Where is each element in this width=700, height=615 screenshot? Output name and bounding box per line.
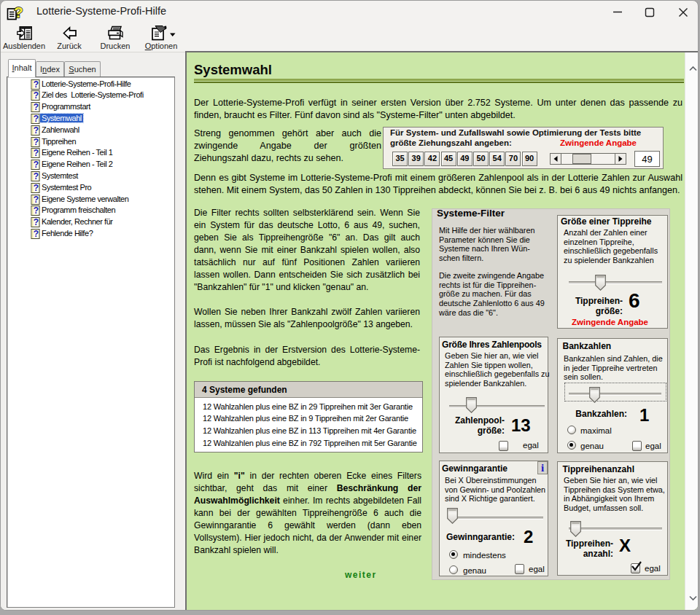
svg-text:?: ? [34,229,39,239]
svg-text:?: ? [14,4,23,20]
svg-text:?: ? [34,90,39,101]
svg-text:?: ? [34,217,39,227]
svg-text:?: ? [34,205,39,216]
svg-text:?: ? [34,195,39,205]
svg-text:?: ? [34,160,39,170]
svg-text:?: ? [34,171,39,181]
svg-text:?: ? [34,79,39,90]
svg-text:?: ? [34,125,39,136]
svg-text:?: ? [34,148,39,158]
svg-text:?: ? [34,114,39,124]
svg-text:?: ? [34,183,39,193]
svg-text:?: ? [34,102,39,112]
svg-text:?: ? [34,137,39,147]
